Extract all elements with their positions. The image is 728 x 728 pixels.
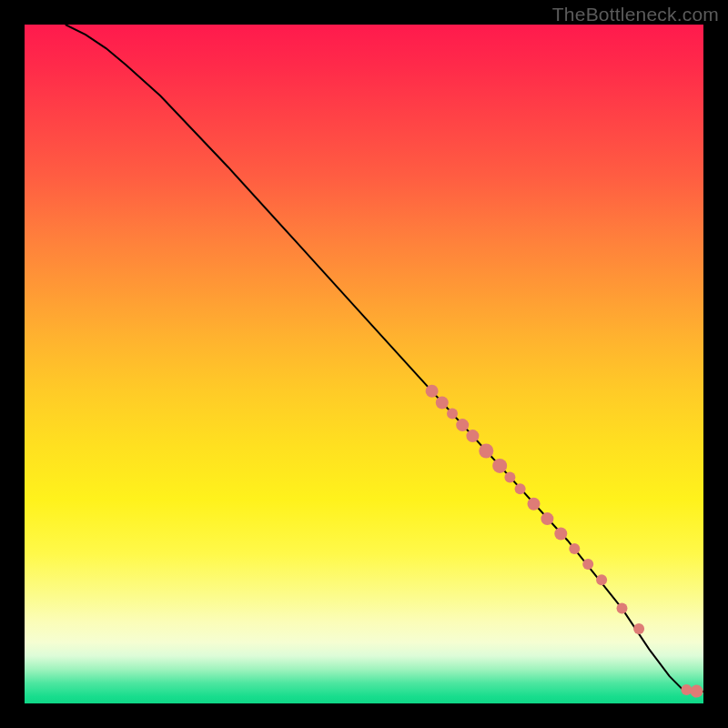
point-cluster [426, 385, 703, 698]
data-point [466, 430, 479, 442]
data-point [554, 528, 567, 541]
watermark-text: TheBottleneck.com [552, 4, 719, 25]
data-point [479, 444, 493, 459]
data-point [691, 685, 703, 698]
data-point [617, 603, 628, 614]
data-point [447, 409, 458, 420]
data-point [528, 498, 541, 511]
data-point [541, 512, 553, 525]
data-point [436, 397, 449, 410]
data-point [504, 472, 515, 483]
chart-stage: TheBottleneck.com [0, 0, 728, 728]
chart-svg [25, 25, 703, 703]
data-point [582, 559, 593, 570]
plot-area [25, 25, 703, 703]
data-point [596, 574, 607, 585]
data-point [515, 483, 526, 494]
data-point [569, 543, 580, 554]
curve-line [66, 25, 703, 693]
data-point [492, 459, 507, 473]
data-point [456, 419, 469, 431]
data-point [426, 385, 439, 398]
data-point [633, 623, 644, 634]
data-point [681, 684, 692, 695]
